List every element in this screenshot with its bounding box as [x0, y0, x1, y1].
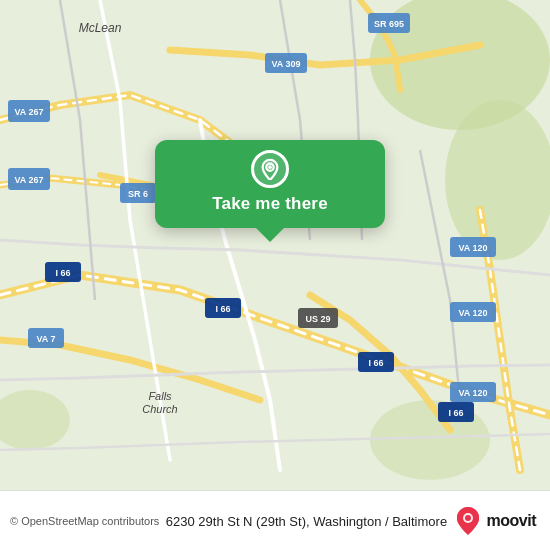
svg-text:VA 267: VA 267: [14, 175, 43, 185]
take-me-there-button[interactable]: Take me there: [212, 194, 328, 214]
bottom-left-section: © OpenStreetMap contributors: [10, 515, 159, 527]
svg-point-37: [268, 165, 272, 169]
svg-point-2: [445, 100, 550, 260]
svg-text:VA 120: VA 120: [458, 243, 487, 253]
location-address: 6230 29th St N (29th St), Washington / B…: [166, 514, 447, 529]
svg-text:I 66: I 66: [368, 358, 383, 368]
svg-text:US 29: US 29: [305, 314, 330, 324]
map-callout[interactable]: Take me there: [155, 140, 385, 228]
svg-text:VA 120: VA 120: [458, 388, 487, 398]
bottom-bar: © OpenStreetMap contributors 6230 29th S…: [0, 490, 550, 550]
map-container: VA 267 VA 267 SR 695 VA 309 SR 6 VA 120 …: [0, 0, 550, 490]
svg-text:Falls: Falls: [148, 390, 172, 402]
svg-text:I 66: I 66: [55, 268, 70, 278]
svg-text:VA 120: VA 120: [458, 308, 487, 318]
moovit-logo: moovit: [454, 507, 536, 535]
svg-text:Church: Church: [142, 403, 177, 415]
svg-text:SR 695: SR 695: [374, 19, 404, 29]
svg-text:SR 6: SR 6: [128, 189, 148, 199]
svg-text:VA 7: VA 7: [36, 334, 55, 344]
svg-text:I 66: I 66: [448, 408, 463, 418]
svg-text:McLean: McLean: [79, 21, 122, 35]
address-section: 6230 29th St N (29th St), Washington / B…: [166, 512, 447, 530]
svg-text:VA 267: VA 267: [14, 107, 43, 117]
svg-text:VA 309: VA 309: [271, 59, 300, 69]
location-pin: [251, 150, 289, 188]
moovit-text: moovit: [487, 512, 536, 530]
svg-text:I 66: I 66: [215, 304, 230, 314]
osm-copyright: © OpenStreetMap contributors: [10, 515, 159, 527]
svg-point-40: [465, 515, 471, 521]
